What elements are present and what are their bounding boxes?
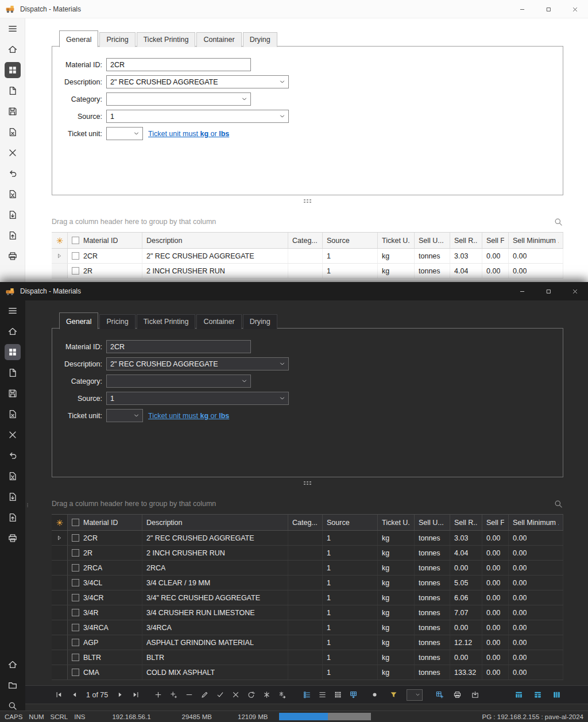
- tab-drying[interactable]: Drying: [243, 32, 277, 47]
- first-record-button[interactable]: [52, 688, 65, 702]
- column-header-sell-f[interactable]: Sell F...: [482, 515, 509, 530]
- column-header-sell-r[interactable]: Sell R...: [450, 233, 482, 248]
- column-header-categ[interactable]: Categ...: [288, 233, 323, 248]
- sidebar-item-document-x[interactable]: [5, 124, 21, 140]
- toggle-grid-button[interactable]: [331, 688, 345, 702]
- table-row[interactable]: 3/4RCA3/4RCA1kgtonnes0.000.000.00: [52, 620, 563, 635]
- sidebar-item-home[interactable]: [5, 41, 21, 57]
- sidebar-item-doc-down[interactable]: [5, 489, 21, 505]
- table-row[interactable]: AGPASPHALT GRINDING MATERIAL1kgtonnes12.…: [52, 635, 563, 650]
- row-checkbox[interactable]: [72, 549, 79, 557]
- sidebar-item-materials[interactable]: [5, 344, 21, 360]
- source-select[interactable]: 1: [106, 110, 289, 123]
- table-row[interactable]: 2RCA2RCA1kgtonnes0.000.000.00: [52, 561, 563, 576]
- sidebar-item-doc-up[interactable]: [5, 509, 21, 526]
- column-header-sell-u[interactable]: Sell U...: [415, 233, 450, 248]
- row-checkbox[interactable]: [72, 609, 79, 616]
- sidebar-item-close[interactable]: [5, 145, 21, 161]
- search-icon[interactable]: [554, 499, 563, 509]
- tab-pricing[interactable]: Pricing: [99, 32, 135, 47]
- filter-combo[interactable]: [407, 689, 423, 701]
- minimize-button[interactable]: [509, 0, 535, 18]
- column-header-sell-r[interactable]: Sell R...: [450, 515, 482, 530]
- table-row[interactable]: 2R2 INCH CRUSHER RUN1kgtonnes4.040.000.0…: [52, 264, 563, 279]
- material-id-input[interactable]: [106, 58, 251, 71]
- export-grid-button[interactable]: [468, 688, 482, 702]
- sidebar-item-excel[interactable]: [5, 468, 21, 484]
- resize-grip[interactable]: [25, 499, 30, 511]
- prev-record-button[interactable]: [67, 688, 81, 702]
- toggle-checklist-button[interactable]: [300, 688, 314, 702]
- last-record-button[interactable]: [129, 688, 142, 702]
- table-row[interactable]: BLTRBLTR1kgtonnes0.000.000.00: [52, 650, 563, 665]
- insert-record-button[interactable]: [167, 688, 180, 702]
- column-header-material-id[interactable]: Material ID: [68, 233, 142, 248]
- column-header-description[interactable]: Description: [142, 515, 288, 530]
- column-customize-button[interactable]: [52, 515, 68, 530]
- sidebar-item-doc-up[interactable]: [5, 227, 21, 244]
- row-checkbox[interactable]: [72, 564, 79, 572]
- group-by-area[interactable]: Drag a column header here to group by th…: [52, 214, 563, 230]
- row-checkbox[interactable]: [72, 654, 79, 661]
- ticket-unit-select[interactable]: [106, 409, 143, 422]
- ticket-unit-warning-link[interactable]: Ticket unit must kg or lbs: [148, 412, 229, 420]
- splitter-handle[interactable]: [52, 199, 563, 203]
- column-header-source[interactable]: Source: [323, 515, 378, 530]
- close-button[interactable]: [562, 282, 588, 300]
- grid-add-view-button[interactable]: [432, 688, 446, 702]
- tab-container[interactable]: Container: [196, 314, 241, 329]
- description-select[interactable]: 2" REC CRUSHED AGGREGATE: [106, 357, 289, 370]
- group-by-area[interactable]: Drag a column header here to group by th…: [52, 496, 563, 512]
- sidebar-item-document[interactable]: [5, 365, 21, 381]
- table-row[interactable]: 2CR2" REC CRUSHED AGGREGATE1kgtonnes3.03…: [52, 531, 563, 546]
- column-header-ticket-u[interactable]: Ticket U...: [378, 233, 415, 248]
- table-row[interactable]: CMACOLD MIX ASPHALT1kgtonnes133.320.000.…: [52, 665, 563, 680]
- material-id-input[interactable]: [106, 340, 251, 353]
- new-template-arrow-button[interactable]: [275, 688, 289, 702]
- table-row[interactable]: 2CR2" REC CRUSHED AGGREGATE1kgtonnes3.03…: [52, 249, 563, 264]
- column-header-material-id[interactable]: Material ID: [68, 515, 142, 530]
- row-checkbox[interactable]: [72, 252, 79, 260]
- cancel-edit-button[interactable]: [229, 688, 242, 702]
- sidebar-item-home[interactable]: [5, 323, 21, 339]
- row-checkbox[interactable]: [72, 594, 79, 601]
- column-customize-button[interactable]: [52, 233, 68, 248]
- row-checkbox[interactable]: [72, 639, 79, 646]
- sidebar-item-menu[interactable]: [5, 303, 21, 319]
- column-header-sell-minimum[interactable]: Sell Minimum ...: [509, 233, 563, 248]
- maximize-button[interactable]: [535, 0, 562, 18]
- new-from-template-button[interactable]: [260, 688, 273, 702]
- select-all-checkbox[interactable]: [72, 237, 79, 244]
- ticket-unit-select[interactable]: [106, 127, 143, 140]
- sidebar-item-excel[interactable]: [5, 186, 21, 202]
- tab-ticket-printing[interactable]: Ticket Printing: [137, 314, 196, 329]
- sidebar-item-materials[interactable]: [5, 62, 21, 78]
- delete-record-button[interactable]: [182, 688, 196, 702]
- tab-container[interactable]: Container: [196, 32, 241, 47]
- minimize-button[interactable]: [509, 282, 535, 300]
- table-row[interactable]: 3/4CL3/4 CLEAR / 19 MM1kgtonnes5.050.000…: [52, 576, 563, 590]
- column-header-ticket-u[interactable]: Ticket U...: [378, 515, 415, 530]
- print-grid-button[interactable]: [450, 688, 464, 702]
- table-row[interactable]: 2R2 INCH CRUSHER RUN1kgtonnes4.040.000.0…: [52, 546, 563, 561]
- tab-drying[interactable]: Drying: [243, 314, 277, 329]
- maximize-button[interactable]: [535, 282, 562, 300]
- select-all-checkbox[interactable]: [72, 519, 79, 526]
- next-record-button[interactable]: [113, 688, 127, 702]
- edit-record-button[interactable]: [198, 688, 211, 702]
- category-select[interactable]: [106, 374, 251, 388]
- post-edit-button[interactable]: [213, 688, 227, 702]
- refresh-data-button[interactable]: [244, 688, 258, 702]
- row-checkbox[interactable]: [72, 534, 79, 542]
- sidebar-item-save[interactable]: [5, 103, 21, 119]
- column-header-categ[interactable]: Categ...: [288, 515, 323, 530]
- tab-general[interactable]: General: [59, 30, 98, 47]
- tab-ticket-printing[interactable]: Ticket Printing: [137, 32, 196, 47]
- sidebar-item-undo[interactable]: [5, 447, 21, 464]
- record-indicator-button[interactable]: [368, 688, 381, 702]
- sidebar-item-print[interactable]: [5, 530, 21, 546]
- view-table-2-button[interactable]: [531, 688, 544, 702]
- column-header-sell-f[interactable]: Sell F...: [482, 233, 509, 248]
- source-select[interactable]: 1: [106, 392, 289, 405]
- append-record-button[interactable]: [151, 688, 165, 702]
